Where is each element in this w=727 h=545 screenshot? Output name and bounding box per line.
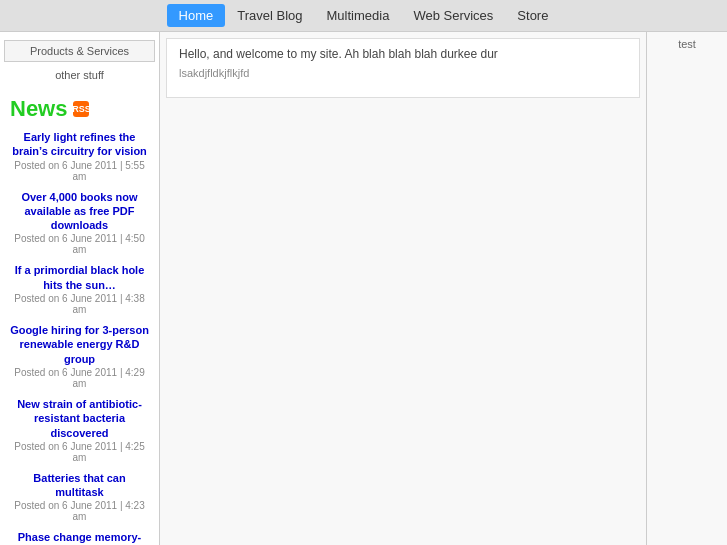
news-item-title[interactable]: New strain of antibiotic-resistant bacte… — [10, 397, 149, 440]
news-section: News RSS Early light refines the brain’s… — [0, 88, 159, 545]
news-item: Early light refines the brain’s circuitr… — [10, 130, 149, 182]
news-item: Google hiring for 3-person renewable ene… — [10, 323, 149, 389]
news-item: Over 4,000 books now available as free P… — [10, 190, 149, 256]
nav-item-multimedia[interactable]: Multimedia — [315, 4, 402, 27]
nav-item-store[interactable]: Store — [505, 4, 560, 27]
sidebar-section-title: Products & Services — [4, 40, 155, 62]
news-item-date: Posted on 6 June 2011 | 4:29 am — [10, 367, 149, 389]
news-item-title[interactable]: Batteries that can multitask — [10, 471, 149, 500]
sidebar-other-link[interactable]: other stuff — [0, 66, 159, 84]
news-item: New strain of antibiotic-resistant bacte… — [10, 397, 149, 463]
welcome-text: Hello, and welcome to my site. Ah blah b… — [179, 47, 627, 61]
news-item: Batteries that can multitaskPosted on 6 … — [10, 471, 149, 523]
nav-item-home[interactable]: Home — [167, 4, 226, 27]
main-nav: HomeTravel BlogMultimediaWeb ServicesSto… — [0, 0, 727, 32]
news-header: News RSS — [10, 96, 149, 122]
news-item-date: Posted on 6 June 2011 | 4:25 am — [10, 441, 149, 463]
news-title: News — [10, 96, 67, 122]
news-item-date: Posted on 6 June 2011 | 4:38 am — [10, 293, 149, 315]
news-item-date: Posted on 6 June 2011 | 4:23 am — [10, 500, 149, 522]
center-column: Hello, and welcome to my site. Ah blah b… — [160, 32, 647, 545]
welcome-box: Hello, and welcome to my site. Ah blah b… — [166, 38, 640, 98]
news-item-date: Posted on 6 June 2011 | 5:55 am — [10, 160, 149, 182]
news-item-title[interactable]: Over 4,000 books now available as free P… — [10, 190, 149, 233]
right-column-text: test — [678, 38, 696, 50]
news-item-title[interactable]: Phase change memory-based ‘moneta’ syste… — [10, 530, 149, 545]
rss-icon[interactable]: RSS — [73, 101, 89, 117]
news-item-date: Posted on 6 June 2011 | 4:50 am — [10, 233, 149, 255]
left-panel: Products & Services other stuff News RSS… — [0, 32, 160, 545]
news-item-title[interactable]: Google hiring for 3-person renewable ene… — [10, 323, 149, 366]
nav-item-travel-blog[interactable]: Travel Blog — [225, 4, 314, 27]
news-item: Phase change memory-based ‘moneta’ syste… — [10, 530, 149, 545]
news-item-title[interactable]: Early light refines the brain’s circuitr… — [10, 130, 149, 159]
sidebar: Products & Services other stuff — [0, 32, 160, 88]
welcome-subtext: lsakdjfldkjflkjfd — [179, 67, 627, 79]
news-item: If a primordial black hole hits the sun…… — [10, 263, 149, 315]
main-container: Products & Services other stuff News RSS… — [0, 32, 727, 545]
news-items-container: Early light refines the brain’s circuitr… — [10, 130, 149, 545]
news-item-title[interactable]: If a primordial black hole hits the sun… — [10, 263, 149, 292]
nav-item-web-services[interactable]: Web Services — [401, 4, 505, 27]
right-column: test — [647, 32, 727, 545]
